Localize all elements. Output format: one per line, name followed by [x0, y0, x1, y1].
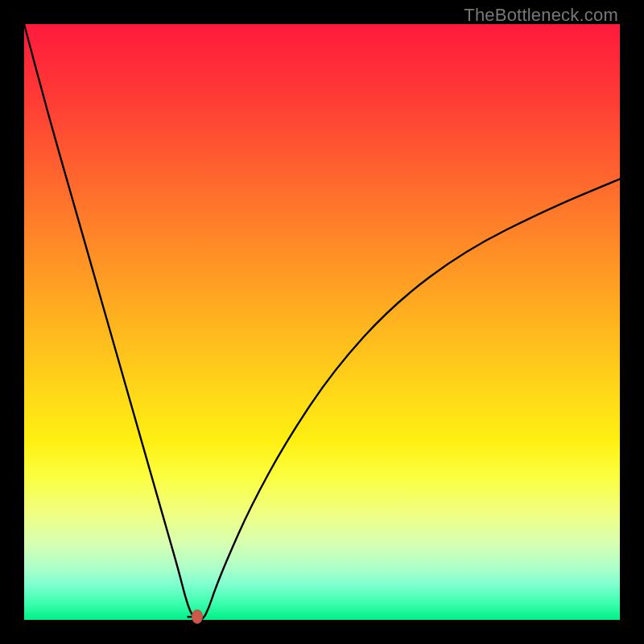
- curve-svg: [24, 24, 620, 620]
- chart-frame: TheBottleneck.com: [0, 0, 644, 644]
- optimal-point-marker: [192, 609, 203, 624]
- bottleneck-curve: [24, 24, 620, 620]
- watermark-text: TheBottleneck.com: [464, 5, 618, 26]
- plot-area: [24, 24, 620, 620]
